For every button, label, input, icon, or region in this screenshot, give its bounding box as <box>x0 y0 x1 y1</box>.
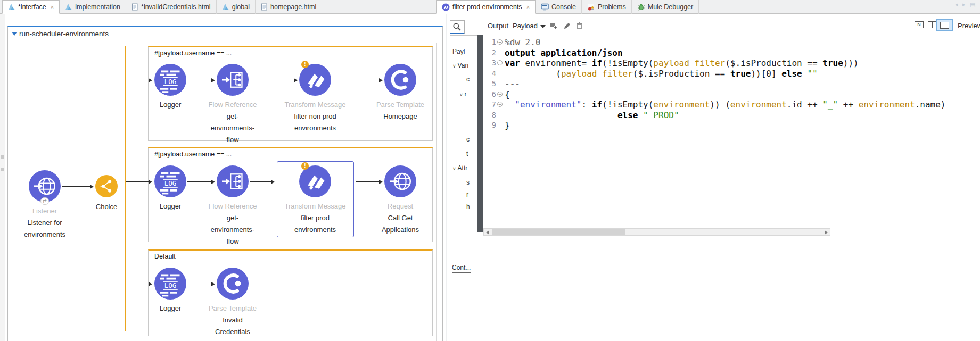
component-logger[interactable]: LOG <box>154 268 186 300</box>
component-flow-ref[interactable] <box>217 64 249 96</box>
flow-arrow <box>126 181 149 182</box>
code-line: 8 else "_PROD" <box>487 110 980 121</box>
component-transform[interactable] <box>299 64 331 96</box>
flow-collapse-icon[interactable] <box>12 32 17 36</box>
delete-trash-icon[interactable] <box>575 22 583 30</box>
tab-label: homepage.html <box>270 3 316 11</box>
palette-handle-icon[interactable] <box>1 155 4 159</box>
branch-condition-label: #[payload.username == ... <box>154 49 232 57</box>
line-number: 7 <box>487 99 496 110</box>
close-icon[interactable]: × <box>526 4 530 10</box>
tab--invalidcredentials-html[interactable]: *invalidCredentials.html <box>126 0 217 14</box>
source-only-view-icon[interactable]: N <box>915 21 924 28</box>
flow-arrowhead <box>149 180 152 184</box>
chevron-down-icon[interactable]: ∨ <box>459 92 463 97</box>
code-line: 2output application/json <box>487 48 980 59</box>
single-view-icon[interactable] <box>940 22 949 29</box>
fold-collapse-icon[interactable]: − <box>497 60 503 65</box>
tab-implementation[interactable]: implementation <box>60 0 126 14</box>
component-http-request[interactable] <box>384 165 416 197</box>
collapsed-palette-strip[interactable] <box>0 14 5 341</box>
flow-arrow <box>250 181 271 182</box>
scrollbar-thumb[interactable] <box>492 229 625 235</box>
line-number: 4 <box>487 69 496 79</box>
code-text: output application/json <box>505 48 623 59</box>
component-name-label: environments <box>7 229 82 240</box>
component-transform[interactable] <box>299 165 331 197</box>
tree-item-s[interactable]: s <box>466 179 470 186</box>
tree-item-r[interactable]: ∨r <box>459 90 467 98</box>
flow-arrow <box>126 80 149 80</box>
left-editor-tabs: *interface× implementation *invalidCrede… <box>2 0 322 14</box>
dw-output-label[interactable]: Output <box>488 22 508 30</box>
component-logger[interactable]: LOG <box>154 64 186 96</box>
add-transformation-icon[interactable] <box>550 22 558 30</box>
tree-item-label: c <box>466 76 470 83</box>
chevron-down-icon[interactable]: ∨ <box>452 63 456 69</box>
tab-global[interactable]: global <box>217 0 256 14</box>
fold-collapse-icon[interactable]: − <box>497 39 503 45</box>
tab-mule-debugger[interactable]: Mule Debugger <box>632 0 699 14</box>
tree-item-label: t <box>466 150 468 157</box>
editor-scrollbar-sash[interactable] <box>477 35 483 232</box>
flow-arrow <box>126 284 149 284</box>
tree-item-label: Attr <box>458 164 468 172</box>
tree-item-c[interactable]: c <box>466 136 470 143</box>
palette-handle-icon[interactable] <box>1 168 4 171</box>
flow-arrowhead <box>90 185 94 189</box>
tab-problems[interactable]: Problems <box>582 0 632 14</box>
dw-input-tree-panel[interactable]: Payl∨Varic∨rct∨Attrsrh <box>450 35 477 281</box>
component-name-label: flow <box>195 236 270 247</box>
component-name-label: environments <box>278 224 352 236</box>
component-name-label: environments- <box>195 224 270 236</box>
chevron-down-icon[interactable] <box>540 25 546 28</box>
tab-console[interactable]: Console <box>536 0 582 14</box>
code-line: 3−var environment= if(!isEmpty(payload f… <box>487 58 980 69</box>
tree-item-label: s <box>466 179 470 186</box>
scroll-right-icon[interactable] <box>825 230 828 235</box>
choice-label: Choice <box>69 201 144 213</box>
tree-item-payl[interactable]: Payl <box>452 48 465 55</box>
line-number: 5 <box>487 79 496 89</box>
component-type-label: Parse Template <box>195 303 270 314</box>
component-flow-ref[interactable] <box>217 165 249 197</box>
flow-arrowhead <box>271 180 275 184</box>
split-view-icon[interactable] <box>928 21 937 28</box>
tab--interface[interactable]: *interface× <box>2 0 60 14</box>
view-menu-icon[interactable]: ▤ <box>970 1 975 8</box>
tree-search-button[interactable] <box>450 20 465 34</box>
single-view-highlight[interactable] <box>936 19 953 31</box>
maximize-view-icon[interactable]: ▸ <box>962 1 966 8</box>
minimize-view-icon[interactable]: ◂ <box>955 1 958 8</box>
tree-item-h[interactable]: h <box>466 203 470 211</box>
close-icon[interactable]: × <box>51 4 54 10</box>
branch-header-divider <box>149 263 432 263</box>
edit-pencil-icon[interactable] <box>563 22 571 30</box>
component-parse-template[interactable] <box>384 64 416 96</box>
tab-homepage-html[interactable]: homepage.html <box>256 0 322 14</box>
tree-item-vari[interactable]: ∨Vari <box>452 62 468 69</box>
mule-icon <box>222 3 229 11</box>
flow-arrowhead <box>149 282 152 286</box>
component-logger[interactable]: LOG <box>154 165 186 197</box>
code-line: 9} <box>487 120 980 131</box>
tree-item-attr[interactable]: ∨Attr <box>452 164 467 172</box>
tree-item-c[interactable]: c <box>466 76 470 83</box>
dw-payload-label[interactable]: Payload <box>513 22 538 30</box>
component-choice[interactable] <box>95 175 118 197</box>
fold-collapse-icon[interactable]: − <box>497 102 503 107</box>
component-name-label: Credentials <box>195 326 270 338</box>
tree-item-t[interactable]: t <box>466 150 468 157</box>
preview-label[interactable]: Preview <box>958 22 980 30</box>
component-parse-template[interactable] <box>217 268 249 300</box>
tree-bottom-tab[interactable]: Cont... <box>452 264 471 273</box>
horizontal-scrollbar[interactable] <box>483 228 830 236</box>
flow-arrowhead <box>294 78 298 82</box>
scroll-left-icon[interactable] <box>486 230 489 235</box>
fold-collapse-icon[interactable]: − <box>497 92 503 97</box>
tab-filter-prod-environments[interactable]: filter prod environments× <box>436 0 536 14</box>
tree-item-r[interactable]: r <box>466 191 468 198</box>
component-name-label: Listener for <box>7 217 82 229</box>
chevron-down-icon[interactable]: ∨ <box>452 166 456 171</box>
flow-arrow <box>250 80 294 80</box>
